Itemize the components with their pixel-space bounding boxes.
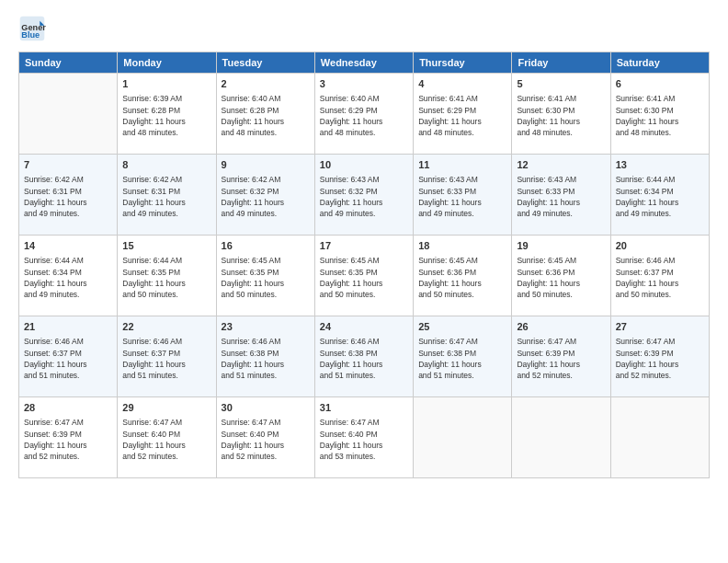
day-info: Sunrise: 6:41 AM Sunset: 6:30 PM Dayligh… — [616, 93, 704, 138]
calendar-cell: 12Sunrise: 6:43 AM Sunset: 6:33 PM Dayli… — [512, 155, 610, 236]
day-info: Sunrise: 6:44 AM Sunset: 6:34 PM Dayligh… — [24, 255, 112, 300]
calendar-cell: 3Sunrise: 6:40 AM Sunset: 6:29 PM Daylig… — [314, 74, 413, 155]
day-info: Sunrise: 6:45 AM Sunset: 6:35 PM Dayligh… — [320, 255, 408, 300]
day-number: 21 — [24, 320, 112, 334]
calendar-cell: 15Sunrise: 6:44 AM Sunset: 6:35 PM Dayli… — [118, 236, 216, 316]
day-number: 11 — [418, 158, 506, 172]
day-number: 5 — [517, 77, 605, 91]
day-number: 17 — [320, 239, 408, 253]
calendar-cell: 10Sunrise: 6:43 AM Sunset: 6:32 PM Dayli… — [314, 155, 413, 236]
day-info: Sunrise: 6:43 AM Sunset: 6:33 PM Dayligh… — [418, 174, 506, 219]
day-number: 28 — [24, 401, 112, 415]
calendar-cell: 19Sunrise: 6:45 AM Sunset: 6:36 PM Dayli… — [512, 236, 610, 316]
day-info: Sunrise: 6:42 AM Sunset: 6:32 PM Dayligh… — [222, 174, 310, 219]
calendar-cell — [414, 397, 512, 478]
day-number: 15 — [122, 239, 210, 253]
day-info: Sunrise: 6:46 AM Sunset: 6:38 PM Dayligh… — [320, 336, 408, 381]
week-row-5: 28Sunrise: 6:47 AM Sunset: 6:39 PM Dayli… — [19, 397, 710, 478]
calendar-cell: 24Sunrise: 6:46 AM Sunset: 6:38 PM Dayli… — [314, 316, 413, 397]
calendar-cell: 17Sunrise: 6:45 AM Sunset: 6:35 PM Dayli… — [314, 236, 413, 316]
calendar-cell: 21Sunrise: 6:46 AM Sunset: 6:37 PM Dayli… — [19, 316, 118, 397]
day-info: Sunrise: 6:46 AM Sunset: 6:37 PM Dayligh… — [24, 336, 112, 381]
calendar-cell: 26Sunrise: 6:47 AM Sunset: 6:39 PM Dayli… — [512, 316, 610, 397]
day-number: 9 — [222, 158, 310, 172]
header: General Blue — [18, 15, 710, 42]
day-info: Sunrise: 6:44 AM Sunset: 6:34 PM Dayligh… — [616, 174, 704, 219]
day-number: 27 — [616, 320, 704, 334]
day-info: Sunrise: 6:45 AM Sunset: 6:36 PM Dayligh… — [517, 255, 605, 300]
day-number: 16 — [222, 239, 310, 253]
header-cell-monday: Monday — [118, 52, 216, 74]
calendar-cell: 23Sunrise: 6:46 AM Sunset: 6:38 PM Dayli… — [216, 316, 314, 397]
header-row: SundayMondayTuesdayWednesdayThursdayFrid… — [19, 52, 710, 74]
day-number: 26 — [517, 320, 605, 334]
day-number: 14 — [24, 239, 112, 253]
day-number: 24 — [320, 320, 408, 334]
day-number: 12 — [517, 158, 605, 172]
calendar-cell: 25Sunrise: 6:47 AM Sunset: 6:38 PM Dayli… — [414, 316, 512, 397]
page: General Blue SundayMondayTuesdayWednesda… — [0, 0, 728, 563]
calendar-cell: 18Sunrise: 6:45 AM Sunset: 6:36 PM Dayli… — [414, 236, 512, 316]
day-info: Sunrise: 6:39 AM Sunset: 6:28 PM Dayligh… — [122, 93, 210, 138]
logo: General Blue — [18, 15, 48, 42]
day-info: Sunrise: 6:47 AM Sunset: 6:39 PM Dayligh… — [616, 336, 704, 381]
day-info: Sunrise: 6:45 AM Sunset: 6:36 PM Dayligh… — [418, 255, 506, 300]
day-info: Sunrise: 6:45 AM Sunset: 6:35 PM Dayligh… — [222, 255, 310, 300]
calendar-cell: 16Sunrise: 6:45 AM Sunset: 6:35 PM Dayli… — [216, 236, 314, 316]
week-row-4: 21Sunrise: 6:46 AM Sunset: 6:37 PM Dayli… — [19, 316, 710, 397]
day-number: 31 — [320, 401, 408, 415]
svg-text:Blue: Blue — [21, 30, 40, 40]
calendar-cell: 14Sunrise: 6:44 AM Sunset: 6:34 PM Dayli… — [19, 236, 118, 316]
day-number: 18 — [418, 239, 506, 253]
calendar-cell — [19, 74, 118, 155]
day-number: 22 — [122, 320, 210, 334]
header-cell-saturday: Saturday — [610, 52, 709, 74]
calendar-cell: 29Sunrise: 6:47 AM Sunset: 6:40 PM Dayli… — [118, 397, 216, 478]
calendar-cell: 6Sunrise: 6:41 AM Sunset: 6:30 PM Daylig… — [610, 74, 709, 155]
calendar-cell: 28Sunrise: 6:47 AM Sunset: 6:39 PM Dayli… — [19, 397, 118, 478]
day-number: 2 — [222, 77, 310, 91]
calendar-cell: 13Sunrise: 6:44 AM Sunset: 6:34 PM Dayli… — [610, 155, 709, 236]
day-number: 1 — [122, 77, 210, 91]
day-info: Sunrise: 6:42 AM Sunset: 6:31 PM Dayligh… — [24, 174, 112, 219]
calendar-cell: 31Sunrise: 6:47 AM Sunset: 6:40 PM Dayli… — [314, 397, 413, 478]
day-info: Sunrise: 6:47 AM Sunset: 6:40 PM Dayligh… — [320, 417, 408, 462]
day-number: 30 — [222, 401, 310, 415]
day-number: 4 — [418, 77, 506, 91]
calendar-cell: 9Sunrise: 6:42 AM Sunset: 6:32 PM Daylig… — [216, 155, 314, 236]
week-row-3: 14Sunrise: 6:44 AM Sunset: 6:34 PM Dayli… — [19, 236, 710, 316]
day-number: 25 — [418, 320, 506, 334]
calendar-body: 1Sunrise: 6:39 AM Sunset: 6:28 PM Daylig… — [19, 74, 710, 478]
day-number: 13 — [616, 158, 704, 172]
calendar-cell — [512, 397, 610, 478]
calendar-cell — [610, 397, 709, 478]
day-info: Sunrise: 6:47 AM Sunset: 6:40 PM Dayligh… — [222, 417, 310, 462]
header-cell-tuesday: Tuesday — [216, 52, 314, 74]
day-info: Sunrise: 6:46 AM Sunset: 6:37 PM Dayligh… — [616, 255, 704, 300]
day-info: Sunrise: 6:46 AM Sunset: 6:38 PM Dayligh… — [222, 336, 310, 381]
calendar-cell: 7Sunrise: 6:42 AM Sunset: 6:31 PM Daylig… — [19, 155, 118, 236]
day-number: 20 — [616, 239, 704, 253]
day-number: 3 — [320, 77, 408, 91]
calendar-cell: 1Sunrise: 6:39 AM Sunset: 6:28 PM Daylig… — [118, 74, 216, 155]
header-cell-wednesday: Wednesday — [314, 52, 413, 74]
day-number: 10 — [320, 158, 408, 172]
calendar-table: SundayMondayTuesdayWednesdayThursdayFrid… — [18, 52, 710, 478]
calendar-cell: 27Sunrise: 6:47 AM Sunset: 6:39 PM Dayli… — [610, 316, 709, 397]
day-number: 8 — [122, 158, 210, 172]
calendar-cell: 5Sunrise: 6:41 AM Sunset: 6:30 PM Daylig… — [512, 74, 610, 155]
day-number: 19 — [517, 239, 605, 253]
calendar-cell: 30Sunrise: 6:47 AM Sunset: 6:40 PM Dayli… — [216, 397, 314, 478]
day-info: Sunrise: 6:40 AM Sunset: 6:29 PM Dayligh… — [320, 93, 408, 138]
day-info: Sunrise: 6:42 AM Sunset: 6:31 PM Dayligh… — [122, 174, 210, 219]
header-cell-thursday: Thursday — [414, 52, 512, 74]
day-number: 7 — [24, 158, 112, 172]
calendar-cell: 2Sunrise: 6:40 AM Sunset: 6:28 PM Daylig… — [216, 74, 314, 155]
day-info: Sunrise: 6:47 AM Sunset: 6:38 PM Dayligh… — [418, 336, 506, 381]
day-info: Sunrise: 6:43 AM Sunset: 6:33 PM Dayligh… — [517, 174, 605, 219]
day-info: Sunrise: 6:43 AM Sunset: 6:32 PM Dayligh… — [320, 174, 408, 219]
calendar-cell: 20Sunrise: 6:46 AM Sunset: 6:37 PM Dayli… — [610, 236, 709, 316]
day-info: Sunrise: 6:47 AM Sunset: 6:39 PM Dayligh… — [24, 417, 112, 462]
day-info: Sunrise: 6:47 AM Sunset: 6:40 PM Dayligh… — [122, 417, 210, 462]
day-info: Sunrise: 6:44 AM Sunset: 6:35 PM Dayligh… — [122, 255, 210, 300]
